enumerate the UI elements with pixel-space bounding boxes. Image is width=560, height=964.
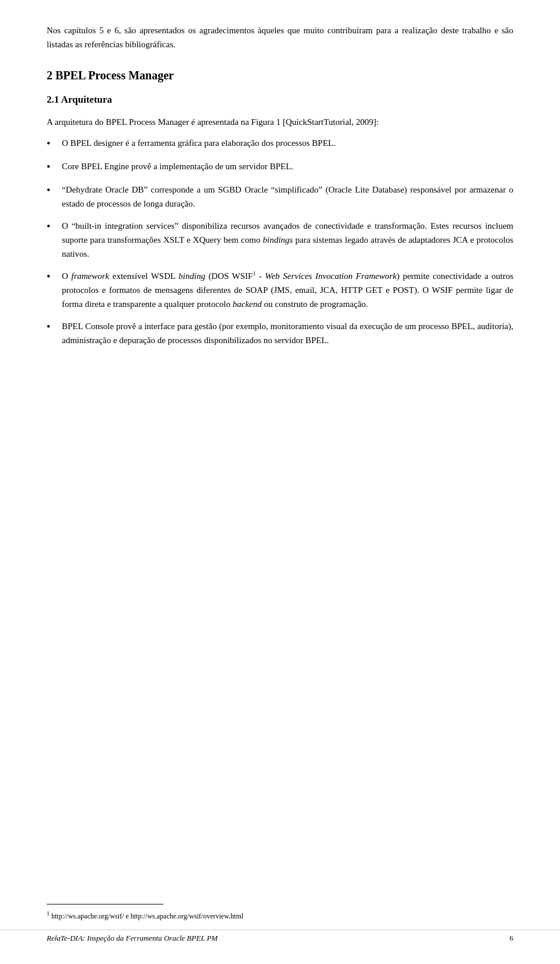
bullet-text: O “built-in integration services” dispon… [62, 219, 513, 261]
intro-paragraph: Nos capítulos 5 e 6, são apresentados os… [47, 23, 513, 51]
list-item: • BPEL Console provê a interface para ge… [47, 319, 513, 347]
bullet-dot: • [47, 219, 57, 234]
footer-bar: RelaTe-DIA: Inspeção da Ferramenta Oracl… [0, 930, 560, 946]
list-item: • O BPEL designer é a ferramenta gráfica… [47, 136, 513, 151]
bullet-dot: • [47, 160, 57, 174]
chapter-title: 2 BPEL Process Manager [47, 69, 513, 82]
section-intro: A arquitetura do BPEL Process Manager é … [47, 115, 513, 129]
bullet-text: O BPEL designer é a ferramenta gráfica p… [62, 136, 513, 150]
footnote-divider [47, 904, 163, 904]
bullet-dot: • [47, 320, 57, 334]
bullet-dot: • [47, 270, 57, 284]
footer-area: 1 http://ws.apache.org/wsif/ e http://ws… [0, 904, 560, 946]
bullet-text: BPEL Console provê a interface para gest… [62, 319, 513, 347]
bullet-dot: • [47, 137, 57, 151]
bullet-list: • O BPEL designer é a ferramenta gráfica… [47, 136, 513, 347]
main-content: Nos capítulos 5 e 6, são apresentados os… [0, 0, 560, 964]
footer-page-number: 6 [510, 934, 514, 943]
page-container: Nos capítulos 5 e 6, são apresentados os… [0, 0, 560, 964]
section-title: 2.1 Arquitetura [47, 94, 513, 106]
list-item: • O framework extensível WSDL binding (D… [47, 269, 513, 311]
footer-left-text: RelaTe-DIA: Inspeção da Ferramenta Oracl… [47, 934, 218, 943]
list-item: • O “built-in integration services” disp… [47, 219, 513, 261]
footnote-number: 1 [47, 910, 50, 917]
footnote-text: 1 http://ws.apache.org/wsif/ e http://ws… [0, 909, 560, 921]
bullet-text: Core BPEL Engine provê a implementação d… [62, 159, 513, 173]
bullet-dot: • [47, 183, 57, 198]
bullet-text: O framework extensível WSDL binding (DOS… [62, 269, 513, 311]
bullet-text: “Dehydrate Oracle DB” corresponde a um S… [62, 183, 513, 211]
list-item: • “Dehydrate Oracle DB” corresponde a um… [47, 183, 513, 211]
footnote-url: http://ws.apache.org/wsif/ e http://ws.a… [51, 912, 243, 920]
list-item: • Core BPEL Engine provê a implementação… [47, 159, 513, 174]
